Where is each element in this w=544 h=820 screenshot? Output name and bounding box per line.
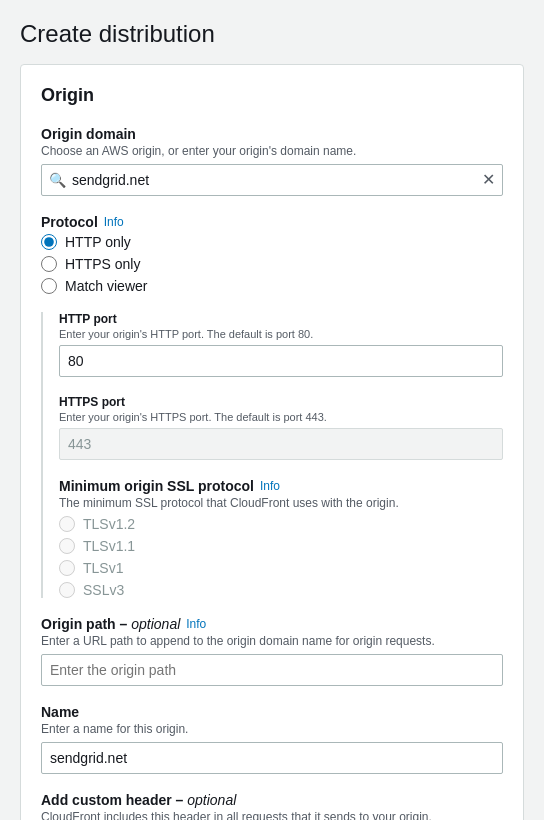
custom-header-label: Add custom header – optional	[41, 792, 236, 808]
name-description: Enter a name for this origin.	[41, 722, 503, 736]
http-port-description: Enter your origin's HTTP port. The defau…	[59, 328, 503, 340]
ssl-tlsv12-radio[interactable]	[59, 516, 75, 532]
https-port-label: HTTPS port	[59, 395, 503, 409]
origin-domain-input[interactable]	[41, 164, 503, 196]
origin-path-input[interactable]	[41, 654, 503, 686]
protocol-https-label: HTTPS only	[65, 256, 140, 272]
protocol-label: Protocol	[41, 214, 98, 230]
custom-header-field: Add custom header – optional CloudFront …	[41, 792, 503, 820]
ssl-tlsv1-radio[interactable]	[59, 560, 75, 576]
min-ssl-description: The minimum SSL protocol that CloudFront…	[59, 496, 503, 510]
ssl-tlsv1-option[interactable]: TLSv1	[59, 560, 503, 576]
origin-path-field: Origin path – optional Info Enter a URL …	[41, 616, 503, 686]
ssl-sslv3-option[interactable]: SSLv3	[59, 582, 503, 598]
origin-domain-input-wrapper: 🔍 ✕	[41, 164, 503, 196]
search-icon: 🔍	[49, 172, 66, 188]
page-title: Create distribution	[20, 20, 524, 48]
min-ssl-field: Minimum origin SSL protocol Info The min…	[59, 478, 503, 598]
ssl-tlsv11-radio[interactable]	[59, 538, 75, 554]
ssl-tlsv11-label: TLSv1.1	[83, 538, 135, 554]
name-label: Name	[41, 704, 503, 720]
protocol-match-radio[interactable]	[41, 278, 57, 294]
page-container: Create distribution Origin Origin domain…	[0, 0, 544, 820]
http-port-input[interactable]	[59, 345, 503, 377]
http-port-label: HTTP port	[59, 312, 503, 326]
name-field: Name Enter a name for this origin.	[41, 704, 503, 774]
min-ssl-radio-group: TLSv1.2 TLSv1.1 TLSv1 SSLv3	[59, 516, 503, 598]
protocol-http-radio[interactable]	[41, 234, 57, 250]
protocol-radio-group: HTTP only HTTPS only Match viewer	[41, 234, 503, 294]
ssl-tlsv12-label: TLSv1.2	[83, 516, 135, 532]
custom-header-optional: optional	[187, 792, 236, 808]
min-ssl-label: Minimum origin SSL protocol Info	[59, 478, 503, 494]
protocol-https-radio[interactable]	[41, 256, 57, 272]
origin-path-info-link[interactable]: Info	[186, 617, 206, 631]
origin-path-description: Enter a URL path to append to the origin…	[41, 634, 503, 648]
https-port-input[interactable]	[59, 428, 503, 460]
protocol-field: Protocol Info HTTP only HTTPS only Match…	[41, 214, 503, 294]
port-subsection: HTTP port Enter your origin's HTTP port.…	[41, 312, 503, 598]
https-port-description: Enter your origin's HTTPS port. The defa…	[59, 411, 503, 423]
origin-path-optional: optional	[131, 616, 180, 632]
protocol-match-label: Match viewer	[65, 278, 147, 294]
min-ssl-info-link[interactable]: Info	[260, 479, 280, 493]
protocol-info-link[interactable]: Info	[104, 215, 124, 229]
origin-path-label: Origin path – optional	[41, 616, 180, 632]
ssl-tlsv1-label: TLSv1	[83, 560, 123, 576]
origin-domain-field: Origin domain Choose an AWS origin, or e…	[41, 126, 503, 196]
clear-origin-domain-button[interactable]: ✕	[482, 172, 495, 188]
protocol-http-label: HTTP only	[65, 234, 131, 250]
ssl-tlsv12-option[interactable]: TLSv1.2	[59, 516, 503, 532]
origin-section: Origin Origin domain Choose an AWS origi…	[20, 64, 524, 820]
origin-domain-label: Origin domain	[41, 126, 503, 142]
http-port-field: HTTP port Enter your origin's HTTP port.…	[59, 312, 503, 377]
protocol-match-option[interactable]: Match viewer	[41, 278, 503, 294]
protocol-https-option[interactable]: HTTPS only	[41, 256, 503, 272]
origin-domain-description: Choose an AWS origin, or enter your orig…	[41, 144, 503, 158]
custom-header-description: CloudFront includes this header in all r…	[41, 810, 503, 820]
protocol-http-option[interactable]: HTTP only	[41, 234, 503, 250]
name-input[interactable]	[41, 742, 503, 774]
ssl-sslv3-label: SSLv3	[83, 582, 124, 598]
section-title: Origin	[41, 85, 503, 106]
ssl-sslv3-radio[interactable]	[59, 582, 75, 598]
https-port-field: HTTPS port Enter your origin's HTTPS por…	[59, 395, 503, 460]
ssl-tlsv11-option[interactable]: TLSv1.1	[59, 538, 503, 554]
